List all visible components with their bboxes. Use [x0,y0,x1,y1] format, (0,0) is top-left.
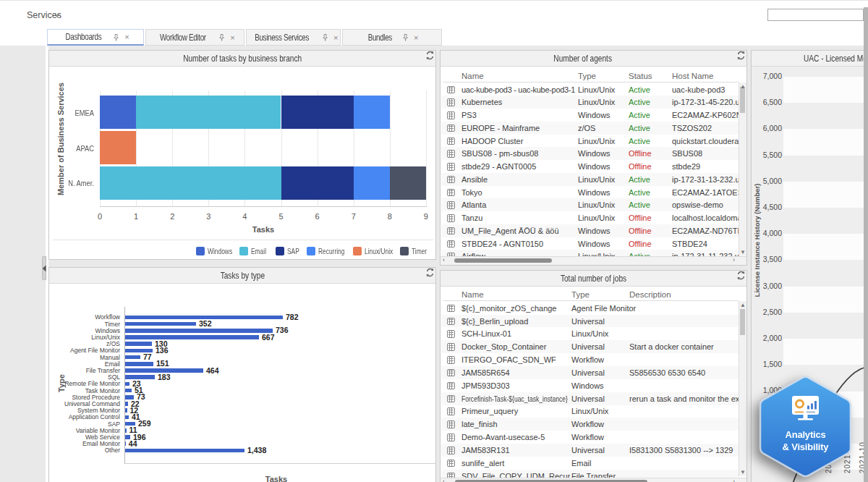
svg-text:& Visibility: & Visibility [783,441,830,452]
svg-text:Analytics: Analytics [785,429,825,440]
